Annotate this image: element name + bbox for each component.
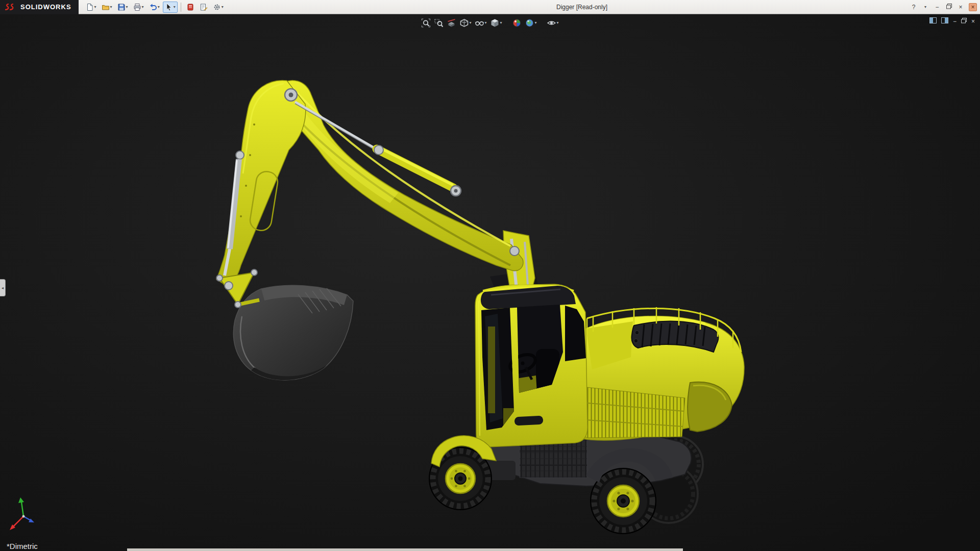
- glasses-icon: [475, 18, 484, 28]
- chevron-down-icon: ▾: [535, 21, 537, 25]
- document-window-controls: − ×: [929, 17, 975, 25]
- minimize-button[interactable]: −: [934, 4, 941, 11]
- restore-icon: [961, 18, 967, 23]
- edit-appearance-button[interactable]: [511, 17, 523, 29]
- titlebar: SOLIDWORKS ▾ ▾ ▾ ▾ ▾ ▾: [0, 0, 980, 14]
- chevron-down-icon: ▾: [158, 5, 160, 9]
- doc-close-button[interactable]: ×: [971, 18, 975, 25]
- gear-icon: [213, 3, 221, 11]
- cab[interactable]: [475, 284, 587, 447]
- zoom-to-fit-button[interactable]: [420, 17, 431, 29]
- chevron-down-icon: ▾: [469, 21, 471, 25]
- window-title: Digger [Read-only]: [240, 4, 924, 11]
- section-view-button[interactable]: [446, 17, 457, 29]
- undo-arrow-icon: [149, 3, 157, 11]
- app-close-button[interactable]: ×: [969, 3, 977, 11]
- printer-icon: [133, 3, 141, 11]
- new-button[interactable]: ▾: [84, 2, 99, 13]
- chevron-down-icon: ▾: [174, 5, 176, 9]
- section-view-icon: [447, 18, 456, 28]
- save-floppy-icon: [117, 3, 126, 11]
- solidworks-logo: SOLIDWORKS: [0, 0, 79, 14]
- chevron-down-icon: ▾: [500, 21, 502, 25]
- 3d-model-digger[interactable]: [0, 14, 980, 551]
- pane-left-icon: [929, 17, 937, 23]
- chevron-down-icon: ▾: [94, 5, 96, 9]
- menu-caret-button[interactable]: ▾: [922, 5, 929, 9]
- doc-restore-button[interactable]: [961, 18, 967, 25]
- bottom-edge-strip: [127, 548, 683, 551]
- file-properties-button[interactable]: [198, 2, 210, 13]
- doc-minimize-button[interactable]: −: [953, 18, 957, 25]
- graphics-viewport[interactable]: ▾ ▾ ▾ ▾ ▾ −: [0, 14, 980, 551]
- panel-flyout-tab[interactable]: ◂: [0, 279, 6, 296]
- view-orientation-button[interactable]: ▾: [489, 17, 503, 29]
- print-button[interactable]: ▾: [131, 2, 146, 13]
- open-button[interactable]: ▾: [100, 2, 114, 13]
- chevron-down-icon: ▾: [557, 21, 559, 25]
- new-document-icon: [86, 3, 94, 11]
- pane-right-icon: [941, 17, 948, 23]
- chevron-down-icon: ▾: [142, 5, 144, 9]
- toolbar-separator: [181, 3, 181, 12]
- view-settings-button[interactable]: ▾: [546, 17, 560, 29]
- display-style-button[interactable]: ▾: [458, 17, 472, 29]
- hide-show-items-button[interactable]: ▾: [474, 17, 487, 29]
- view-orientation-label: *Dimetric: [7, 542, 38, 550]
- pane-left-button[interactable]: [929, 17, 937, 25]
- open-folder-icon: [102, 3, 110, 11]
- view-orientation-cube-icon: [490, 18, 499, 28]
- help-button[interactable]: ?: [910, 4, 917, 11]
- scene-globe-icon: [525, 18, 534, 28]
- xpress-products-icon: [186, 3, 194, 11]
- undo-button[interactable]: ▾: [147, 2, 162, 13]
- display-style-cube-icon: [459, 18, 469, 28]
- chevron-down-icon: ▾: [484, 21, 486, 25]
- options-button[interactable]: ▾: [211, 2, 226, 13]
- upper-body[interactable]: [561, 306, 744, 440]
- restore-icon: [946, 4, 952, 9]
- file-properties-icon: [200, 3, 208, 11]
- appearance-ball-icon: [512, 18, 522, 28]
- window-controls: ? ▾ − × ×: [910, 3, 980, 11]
- select-button[interactable]: ▾: [163, 2, 178, 13]
- zoom-to-area-button[interactable]: [433, 17, 444, 29]
- pane-right-button[interactable]: [941, 17, 948, 25]
- xpress-products-button[interactable]: [184, 2, 197, 13]
- apply-scene-button[interactable]: ▾: [524, 17, 538, 29]
- zoom-to-fit-icon: [421, 18, 430, 28]
- headsup-view-toolbar: ▾ ▾ ▾ ▾ ▾: [420, 17, 559, 29]
- chevron-down-icon: ▾: [110, 5, 112, 9]
- solidworks-mark-icon: [4, 3, 17, 11]
- zoom-to-area-icon: [434, 18, 443, 28]
- close-button[interactable]: ×: [957, 4, 964, 11]
- chevron-down-icon: ▾: [126, 5, 128, 9]
- eye-icon: [547, 18, 556, 28]
- restore-button[interactable]: [945, 4, 952, 11]
- main-toolbar: ▾ ▾ ▾ ▾ ▾ ▾ ▾: [84, 2, 226, 13]
- save-button[interactable]: ▾: [115, 2, 130, 13]
- select-cursor-icon: [165, 3, 173, 11]
- chevron-down-icon: ▾: [222, 5, 224, 9]
- brand-text: SOLIDWORKS: [20, 3, 71, 11]
